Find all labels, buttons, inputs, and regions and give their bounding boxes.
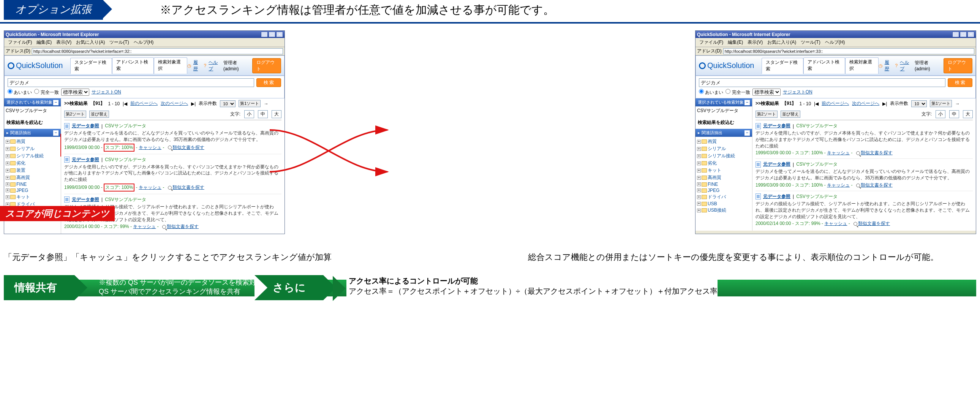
sort2-button[interactable]: 第2ソート xyxy=(756,110,778,118)
result-title-link[interactable]: 元データ参照 xyxy=(763,193,791,200)
first-page-icon[interactable]: |◀ xyxy=(123,101,127,106)
tree-item[interactable]: +高画質 xyxy=(6,174,59,181)
expand-icon[interactable]: + xyxy=(697,195,701,199)
tree-item[interactable]: +キット xyxy=(697,167,751,174)
tree-item[interactable]: +装置 xyxy=(6,167,59,174)
result-title-link[interactable]: 元データ参照 xyxy=(763,161,791,168)
expand-icon[interactable]: + xyxy=(6,147,10,151)
expand-icon[interactable]: + xyxy=(6,203,10,206)
expand-icon[interactable]: + xyxy=(6,188,10,192)
tree-item[interactable]: +シリアル接続 xyxy=(697,152,751,160)
logout-button[interactable]: ログアウト xyxy=(943,58,972,73)
fontsize-small[interactable]: 小 xyxy=(244,110,254,118)
expand-icon[interactable]: + xyxy=(6,169,10,172)
menu-favorites[interactable]: お気に入り(A) xyxy=(766,39,798,46)
logout-button[interactable]: ログアウト xyxy=(252,58,281,73)
fontsize-large[interactable]: 大 xyxy=(272,110,282,118)
reorder-button[interactable]: 並び替え xyxy=(781,110,800,118)
prev-page-link[interactable]: 前のページへ xyxy=(822,101,849,107)
cache-link[interactable]: キャッシュ xyxy=(138,185,161,190)
expand-icon[interactable]: + xyxy=(6,182,10,186)
history-link[interactable]: 履歴 xyxy=(193,59,202,72)
cache-link[interactable]: キャッシュ xyxy=(133,224,156,229)
last-page-icon[interactable]: ▶| xyxy=(191,101,196,106)
collapse-icon[interactable]: − xyxy=(53,100,59,105)
search-query-input[interactable] xyxy=(8,78,254,87)
cache-link[interactable]: キャッシュ xyxy=(827,150,850,155)
expand-icon[interactable]: + xyxy=(6,176,10,180)
sort1-button[interactable]: 第1ソート xyxy=(930,100,952,107)
search-button[interactable]: 検 索 xyxy=(256,78,281,87)
help-link[interactable]: ヘルプ xyxy=(900,59,912,72)
first-page-icon[interactable]: |◀ xyxy=(814,101,819,106)
close-button[interactable]: × xyxy=(967,32,974,37)
radio-aimai[interactable]: あいまい xyxy=(699,89,723,96)
suggest-toggle[interactable]: サジェストON xyxy=(92,89,121,96)
tree-item[interactable]: +シリアル xyxy=(697,145,751,152)
expand-icon[interactable]: + xyxy=(697,188,701,192)
history-link[interactable]: 履歴 xyxy=(885,59,893,72)
collapse-icon[interactable]: − xyxy=(745,100,750,105)
fontsize-large[interactable]: 大 xyxy=(963,110,973,118)
tree-item[interactable]: +JPEG xyxy=(697,187,751,193)
expand-icon[interactable]: + xyxy=(6,154,10,158)
tree-item[interactable]: +キット xyxy=(6,193,59,201)
similar-docs-link[interactable]: 類似文書を探す xyxy=(858,221,890,226)
result-title-link[interactable]: 元データ参照 xyxy=(72,156,99,163)
expand-icon[interactable]: + xyxy=(6,140,10,144)
menu-help[interactable]: ヘルプ(H) xyxy=(132,39,155,46)
result-title-link[interactable]: 元データ参照 xyxy=(72,196,99,203)
maximize-button[interactable]: □ xyxy=(960,32,967,37)
minimize-button[interactable]: _ xyxy=(952,32,959,37)
tree-item[interactable]: +FINE xyxy=(697,181,751,187)
cache-link[interactable]: キャッシュ xyxy=(824,221,847,226)
cache-link[interactable]: キャッシュ xyxy=(138,145,161,150)
menu-tools[interactable]: ツール(T) xyxy=(108,39,130,46)
tree-item[interactable]: +ドライバ xyxy=(697,193,751,201)
suggest-toggle[interactable]: サジェストON xyxy=(783,89,813,96)
menu-favorites[interactable]: お気に入り(A) xyxy=(75,39,107,46)
expand-icon[interactable]: + xyxy=(6,195,10,199)
expand-icon[interactable]: + xyxy=(697,154,701,158)
similar-docs-link[interactable]: 類似文書を探す xyxy=(172,145,204,150)
next-page-link[interactable]: 次のページへ xyxy=(852,101,879,107)
tree-item[interactable]: +画質 xyxy=(697,138,751,145)
expand-icon[interactable]: + xyxy=(6,161,10,165)
tab-target-select[interactable]: 検索対象選択 xyxy=(154,57,187,74)
radio-aimai[interactable]: あいまい xyxy=(8,89,32,96)
tab-standard-search[interactable]: スタンダード検索 xyxy=(70,58,112,74)
next-page-link[interactable]: 次のページへ xyxy=(161,101,188,107)
similar-docs-link[interactable]: 類似文書を探す xyxy=(167,224,199,229)
maximize-button[interactable]: □ xyxy=(269,32,275,37)
menu-view[interactable]: 表示(V) xyxy=(746,39,764,46)
tab-advanced-search[interactable]: アドバンスト検索 xyxy=(112,57,154,74)
menu-file[interactable]: ファイル(F) xyxy=(6,39,33,46)
similar-docs-link[interactable]: 類似文書を探す xyxy=(172,185,204,190)
tree-item[interactable]: +JPEG xyxy=(6,187,59,193)
expand-icon[interactable]: + xyxy=(697,209,701,212)
similar-docs-link[interactable]: 類似文書を探す xyxy=(861,150,892,155)
tree-item[interactable]: +FINE xyxy=(6,181,59,187)
expand-icon[interactable]: + xyxy=(697,176,701,180)
fontsize-medium[interactable]: 中 xyxy=(949,110,959,118)
help-link[interactable]: ヘルプ xyxy=(208,59,221,72)
menu-edit[interactable]: 編集(E) xyxy=(726,39,745,46)
menu-view[interactable]: 表示(V) xyxy=(55,39,73,46)
cache-link[interactable]: キャッシュ xyxy=(827,182,850,188)
address-input[interactable] xyxy=(723,48,974,54)
minimize-button[interactable]: _ xyxy=(261,32,268,37)
tree-item[interactable]: +USB xyxy=(697,201,751,207)
menu-file[interactable]: ファイル(F) xyxy=(698,39,725,46)
radio-kanzen[interactable]: 完全一致 xyxy=(34,89,59,96)
close-button[interactable]: × xyxy=(276,32,283,37)
menu-tools[interactable]: ツール(T) xyxy=(799,39,822,46)
expand-icon[interactable]: + xyxy=(697,182,701,186)
tab-target-select[interactable]: 検索対象選択 xyxy=(845,57,878,74)
reorder-button[interactable]: 並び替え xyxy=(89,110,109,118)
sort2-button[interactable]: 第2ソート xyxy=(64,110,86,118)
collapse-icon[interactable]: − xyxy=(745,130,750,136)
expand-icon[interactable]: + xyxy=(697,140,701,144)
expand-icon[interactable]: + xyxy=(697,202,701,206)
last-page-icon[interactable]: ▶| xyxy=(882,101,887,106)
tree-item[interactable]: +劣化 xyxy=(6,160,59,167)
